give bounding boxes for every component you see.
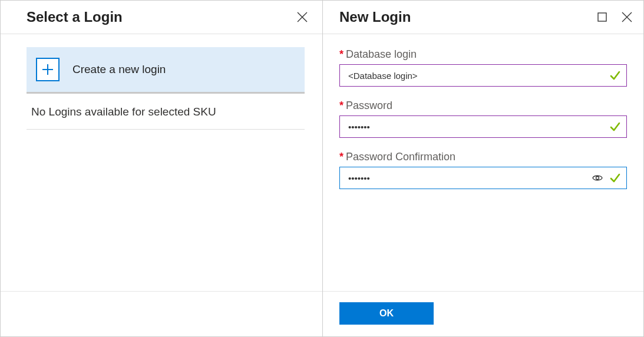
svg-rect-0 <box>598 13 606 21</box>
password-confirmation-group: *Password Confirmation <box>339 151 627 189</box>
left-footer <box>1 291 322 336</box>
password-input[interactable] <box>339 115 627 138</box>
close-icon[interactable] <box>295 10 309 24</box>
create-new-login-label: Create a new login <box>72 63 166 76</box>
database-login-group: *Database login <box>339 48 627 87</box>
password-confirmation-label-text: Password Confirmation <box>346 151 455 163</box>
new-login-header: New Login <box>323 1 643 34</box>
password-label: *Password <box>339 100 627 112</box>
database-login-label: *Database login <box>339 48 627 61</box>
svg-point-1 <box>596 177 599 180</box>
right-footer: OK <box>323 291 643 336</box>
ok-button[interactable]: OK <box>339 302 434 325</box>
new-login-title: New Login <box>339 9 411 25</box>
maximize-icon[interactable] <box>595 10 609 24</box>
create-new-login-card[interactable]: Create a new login <box>27 47 305 94</box>
password-label-text: Password <box>346 100 392 111</box>
select-login-header: Select a Login <box>1 1 322 34</box>
password-confirmation-input[interactable] <box>339 167 627 189</box>
required-star: * <box>339 151 344 163</box>
close-icon[interactable] <box>620 10 634 24</box>
no-logins-message: No Logins available for selected SKU <box>27 94 305 130</box>
required-star: * <box>339 48 344 60</box>
database-login-label-text: Database login <box>346 48 417 60</box>
select-login-title: Select a Login <box>27 9 123 25</box>
password-confirmation-label: *Password Confirmation <box>339 151 627 163</box>
plus-icon <box>36 58 60 81</box>
password-group: *Password <box>339 100 627 138</box>
database-login-input[interactable] <box>339 64 627 87</box>
required-star: * <box>339 100 344 111</box>
eye-icon[interactable] <box>592 172 603 184</box>
